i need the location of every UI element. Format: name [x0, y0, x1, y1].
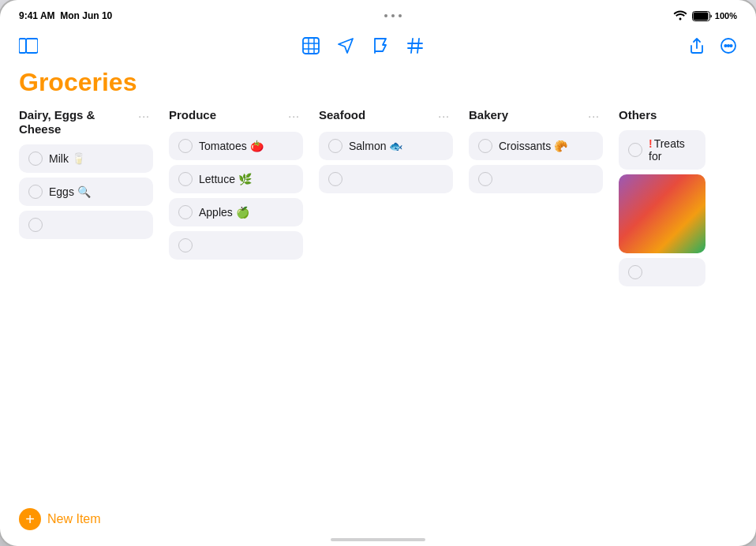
list-item[interactable]: Salmon 🐟: [319, 132, 453, 160]
item-text-croissants: Croissants 🥐: [499, 140, 567, 152]
column-header-seafood: Seafood ···: [319, 108, 453, 124]
status-dot-2: [391, 14, 395, 17]
checkbox-tomatoes[interactable]: [178, 139, 193, 153]
wifi-icon: [673, 9, 687, 23]
column-bakery: Bakery ··· Croissants 🥐: [469, 108, 619, 291]
list-item[interactable]: Croissants 🥐: [469, 132, 603, 160]
list-item[interactable]: Tomatoes 🍅: [169, 132, 303, 160]
column-header-produce: Produce ···: [169, 108, 303, 124]
more-icon[interactable]: [720, 37, 737, 58]
share-icon[interactable]: [688, 37, 705, 58]
status-right: 100%: [673, 9, 737, 23]
toolbar-right: [688, 37, 737, 58]
sidebar-toggle-icon[interactable]: [19, 38, 38, 58]
new-item-label: New Item: [47, 512, 101, 526]
list-item-empty-seafood[interactable]: [319, 165, 453, 193]
column-menu-dairy[interactable]: ···: [135, 108, 153, 124]
column-title-bakery: Bakery: [469, 108, 585, 122]
column-menu-produce[interactable]: ···: [285, 108, 303, 124]
item-text-eggs: Eggs 🔍: [49, 185, 91, 198]
item-text-milk: Milk 🥛: [49, 152, 85, 165]
status-dot-1: [384, 14, 387, 17]
column-title-others: Others: [619, 108, 705, 122]
column-header-bakery: Bakery ···: [469, 108, 603, 124]
flag-icon[interactable]: [372, 37, 389, 58]
toolbar-left: [19, 38, 38, 58]
item-text-apples: Apples 🍏: [199, 206, 249, 219]
checkbox-eggs[interactable]: [28, 185, 43, 199]
list-item-empty-others[interactable]: [619, 258, 705, 286]
checkbox-empty-produce[interactable]: [178, 238, 193, 252]
home-indicator: [331, 538, 425, 541]
item-text-lettuce: Lettuce 🌿: [199, 173, 252, 185]
item-text-treats: !Treats for: [649, 137, 696, 163]
column-menu-seafood[interactable]: ···: [435, 108, 453, 124]
checkbox-lettuce[interactable]: [178, 172, 193, 186]
column-menu-bakery[interactable]: ···: [585, 108, 603, 124]
svg-line-10: [411, 39, 413, 53]
svg-point-17: [730, 44, 732, 46]
list-item[interactable]: !Treats for: [619, 130, 705, 170]
checkbox-treats[interactable]: [628, 143, 642, 157]
checkbox-apples[interactable]: [178, 205, 193, 219]
item-text-tomatoes: Tomatoes 🍅: [199, 140, 264, 152]
list-item[interactable]: Lettuce 🌿: [169, 165, 303, 193]
list-item-empty-dairy[interactable]: [19, 211, 153, 239]
column-header-dairy: Dairy, Eggs & Cheese ···: [19, 108, 153, 136]
hashtag-icon[interactable]: [406, 37, 424, 58]
page-title: Groceries: [0, 68, 756, 108]
navigation-icon[interactable]: [337, 37, 354, 58]
exclamation-icon: !: [649, 137, 653, 150]
checkbox-empty-bakery[interactable]: [478, 172, 492, 186]
checkbox-empty-seafood[interactable]: [328, 172, 342, 186]
column-title-produce: Produce: [169, 108, 285, 122]
column-title-dairy: Dairy, Eggs & Cheese: [19, 108, 135, 136]
toolbar-center: [302, 37, 424, 58]
list-item-empty-produce[interactable]: [169, 231, 303, 260]
column-seafood: Seafood ··· Salmon 🐟: [319, 108, 469, 291]
status-dot-3: [399, 14, 402, 17]
item-text-salmon: Salmon 🐟: [349, 140, 402, 152]
status-bar: 9:41 AM Mon Jun 10 100%: [0, 0, 756, 28]
svg-rect-5: [303, 38, 319, 54]
list-item[interactable]: Apples 🍏: [169, 198, 303, 226]
columns-area: Dairy, Eggs & Cheese ··· Milk 🥛 Eggs 🔍 P…: [0, 108, 756, 291]
checkbox-croissants[interactable]: [478, 139, 492, 153]
column-others: Others !Treats for: [619, 108, 721, 291]
svg-point-15: [724, 44, 726, 46]
image-card-others: [619, 174, 705, 253]
table-icon[interactable]: [302, 37, 320, 58]
list-item-empty-bakery[interactable]: [469, 165, 603, 193]
column-produce: Produce ··· Tomatoes 🍅 Lettuce 🌿 Apples …: [169, 108, 319, 291]
battery-icon: 100%: [692, 11, 737, 21]
list-item[interactable]: Eggs 🔍: [19, 178, 153, 206]
svg-point-16: [728, 44, 729, 46]
column-dairy: Dairy, Eggs & Cheese ··· Milk 🥛 Eggs 🔍: [19, 108, 169, 291]
checkbox-salmon[interactable]: [328, 139, 342, 153]
new-item-button[interactable]: + New Item: [19, 508, 101, 530]
status-time: 9:41 AM Mon Jun 10: [19, 10, 112, 21]
svg-line-11: [417, 39, 419, 53]
svg-rect-2: [19, 39, 26, 53]
status-center: [384, 14, 402, 17]
checkbox-milk[interactable]: [28, 151, 43, 166]
column-title-seafood: Seafood: [319, 108, 435, 122]
svg-rect-1: [693, 12, 708, 20]
column-header-others: Others: [619, 108, 705, 122]
checkbox-empty-dairy[interactable]: [28, 218, 43, 232]
new-item-plus-icon: +: [19, 508, 41, 530]
toolbar: [0, 28, 756, 68]
svg-rect-3: [26, 39, 38, 53]
list-item[interactable]: Milk 🥛: [19, 144, 153, 173]
checkbox-empty-others[interactable]: [628, 265, 642, 279]
ipad-frame: 9:41 AM Mon Jun 10 100%: [0, 0, 756, 546]
